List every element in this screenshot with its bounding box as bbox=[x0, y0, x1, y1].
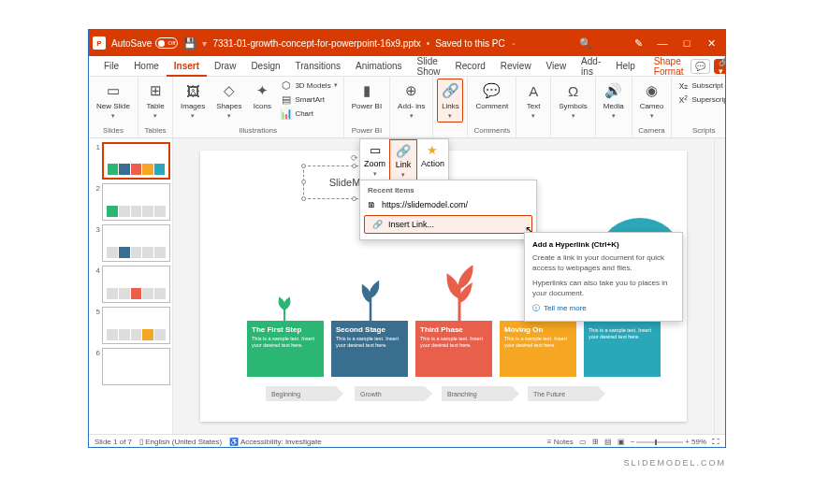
close-icon[interactable]: ✕ bbox=[705, 36, 718, 50]
tab-view[interactable]: View bbox=[539, 56, 574, 76]
new-slide-button[interactable]: ▭New Slide▾ bbox=[93, 79, 134, 122]
images-button[interactable]: 🖼Images▾ bbox=[177, 79, 209, 122]
tab-home[interactable]: Home bbox=[126, 56, 167, 76]
addins-button[interactable]: ⊕Add- ins▾ bbox=[394, 79, 429, 122]
insert-link-item[interactable]: 🔗Insert Link... bbox=[364, 215, 532, 234]
hyperlink-tooltip: Add a Hyperlink (Ctrl+K) Create a link i… bbox=[524, 232, 683, 322]
arrow-3: Branching bbox=[442, 386, 512, 401]
thumbnail-panel[interactable]: 1 2 3 4 5 6 bbox=[89, 138, 173, 434]
accessibility-status[interactable]: ♿ Accessibility: Investigate bbox=[229, 438, 321, 446]
action-option[interactable]: ★Action bbox=[417, 139, 448, 183]
tab-draw[interactable]: Draw bbox=[207, 56, 243, 76]
card-2: Second StageThis is a sample text. Inser… bbox=[331, 321, 408, 377]
autosave-label: AutoSave bbox=[111, 38, 152, 49]
search-icon[interactable]: 🔍 bbox=[579, 36, 592, 50]
status-bar: Slide 1 of 7 ▯ English (United States) ♿… bbox=[89, 434, 725, 448]
watermark: SLIDEMODEL.COM bbox=[623, 458, 726, 468]
comments-toggle[interactable]: 💬 bbox=[690, 59, 710, 74]
thumbnail-2[interactable]: 2 bbox=[91, 183, 170, 221]
tab-animations[interactable]: Animations bbox=[348, 56, 409, 76]
vertical-scrollbar[interactable] bbox=[714, 138, 725, 434]
link-option[interactable]: 🔗Link▾ bbox=[389, 139, 417, 183]
title-bar: P AutoSave Off 💾 ▾ 7331-01-growth-concep… bbox=[89, 30, 725, 56]
icons-button[interactable]: ✦Icons bbox=[249, 79, 275, 113]
symbols-button[interactable]: ΩSymbols▾ bbox=[555, 79, 591, 122]
tab-review[interactable]: Review bbox=[493, 56, 539, 76]
card-3: Third PhaseThis is a sample text. Insert… bbox=[415, 321, 492, 377]
text-button[interactable]: AText▾ bbox=[520, 79, 546, 122]
recent-items-header: Recent Items bbox=[360, 184, 536, 196]
zoom-control[interactable]: −+59% bbox=[631, 438, 706, 446]
minimize-icon[interactable]: — bbox=[656, 36, 669, 50]
notes-button[interactable]: ≡ Notes bbox=[547, 438, 574, 446]
card-5: This is a sample text. Insert your desir… bbox=[584, 321, 661, 377]
app-icon: P bbox=[93, 36, 106, 50]
tab-insert[interactable]: Insert bbox=[167, 57, 207, 77]
view-sorter-icon[interactable]: ⊞ bbox=[592, 438, 599, 446]
3d-models-button[interactable]: ⬡3D Models ▾ bbox=[279, 79, 339, 92]
fit-icon[interactable]: ⛶ bbox=[712, 438, 720, 446]
tab-shape-format[interactable]: Shape Format bbox=[647, 56, 691, 76]
tab-file[interactable]: File bbox=[96, 56, 126, 76]
arrow-2: Growth bbox=[355, 386, 425, 401]
arrow-4: The Future bbox=[528, 386, 598, 401]
table-button[interactable]: ⊞Table▾ bbox=[142, 79, 168, 122]
view-slideshow-icon[interactable]: ▣ bbox=[618, 438, 625, 446]
links-gallery-dropdown: ▭Zoom▾ 🔗Link▾ ★Action bbox=[359, 138, 449, 184]
tooltip-body: Create a link in your document for quick… bbox=[532, 252, 675, 273]
tab-slideshow[interactable]: Slide Show bbox=[410, 56, 448, 76]
thumbnail-3[interactable]: 3 bbox=[91, 224, 170, 262]
card-1: The First StepThis is a sample text. Ins… bbox=[247, 321, 324, 377]
tab-design[interactable]: Design bbox=[243, 56, 287, 76]
autosave-toggle[interactable]: Off bbox=[155, 37, 178, 49]
subscript-button[interactable]: x₂Subscript bbox=[676, 79, 726, 92]
thumbnail-4[interactable]: 4 bbox=[91, 266, 170, 303]
tooltip-title: Add a Hyperlink (Ctrl+K) bbox=[532, 240, 675, 249]
zoom-option[interactable]: ▭Zoom▾ bbox=[360, 139, 389, 183]
tell-me-more-link[interactable]: ⓘTell me more bbox=[532, 303, 675, 313]
recent-link-item[interactable]: 🗎https://slidemodel.com/ bbox=[360, 196, 536, 213]
save-status: Saved to this PC bbox=[435, 38, 504, 49]
app-window: P AutoSave Off 💾 ▾ 7331-01-growth-concep… bbox=[88, 29, 726, 448]
draw-icon[interactable]: ✎ bbox=[632, 36, 645, 50]
chart-button[interactable]: 📊Chart bbox=[279, 107, 339, 120]
ribbon-tabs: File Home Insert Draw Design Transitions… bbox=[89, 56, 725, 77]
plant-icon bbox=[439, 265, 481, 321]
link-dropdown: Recent Items 🗎https://slidemodel.com/ 🔗I… bbox=[359, 180, 537, 240]
tab-record[interactable]: Record bbox=[448, 56, 493, 76]
cameo-button[interactable]: ◉Cameo▾ bbox=[636, 79, 668, 122]
tab-help[interactable]: Help bbox=[608, 56, 643, 76]
view-normal-icon[interactable]: ▭ bbox=[579, 438, 587, 446]
maximize-icon[interactable]: □ bbox=[680, 36, 693, 50]
save-icon[interactable]: 💾 bbox=[183, 36, 196, 50]
slide-counter: Slide 1 of 7 bbox=[94, 438, 132, 446]
plant-icon bbox=[355, 279, 387, 321]
document-icon: 🗎 bbox=[368, 200, 376, 209]
link-icon: 🔗 bbox=[372, 220, 383, 229]
smartart-button[interactable]: ▤SmartArt bbox=[279, 93, 339, 106]
comment-button[interactable]: 💬Comment bbox=[472, 79, 512, 113]
language-status[interactable]: ▯ English (United States) bbox=[139, 438, 222, 446]
tooltip-body: Hyperlinks can also take you to places i… bbox=[532, 278, 675, 298]
thumbnail-1[interactable]: 1 bbox=[91, 142, 170, 180]
links-button[interactable]: 🔗Links▾ bbox=[437, 79, 463, 122]
view-reading-icon[interactable]: ▤ bbox=[604, 438, 612, 446]
tab-addins[interactable]: Add-ins bbox=[574, 56, 608, 76]
card-4: Moving OnThis is a sample text. Insert y… bbox=[500, 321, 576, 377]
document-title: 7331-01-growth-concept-for-powerpoint-16… bbox=[212, 38, 420, 49]
shapes-button[interactable]: ◇Shapes▾ bbox=[212, 79, 245, 122]
arrow-1: Beginning bbox=[266, 386, 336, 401]
powerbi-button[interactable]: ▮Power BI bbox=[348, 79, 385, 113]
thumbnail-5[interactable]: 5 bbox=[91, 307, 170, 344]
ribbon: ▭New Slide▾ Slides ⊞Table▾ Tables 🖼Image… bbox=[89, 77, 725, 138]
share-button[interactable]: 🔗 ▾ bbox=[714, 59, 726, 74]
info-icon: ⓘ bbox=[532, 303, 540, 313]
thumbnail-6[interactable]: 6 bbox=[91, 348, 170, 385]
tab-transitions[interactable]: Transitions bbox=[288, 56, 349, 76]
media-button[interactable]: 🔊Media▾ bbox=[600, 79, 628, 122]
superscript-button[interactable]: x²Superscript bbox=[676, 93, 726, 106]
plant-icon bbox=[270, 293, 298, 321]
